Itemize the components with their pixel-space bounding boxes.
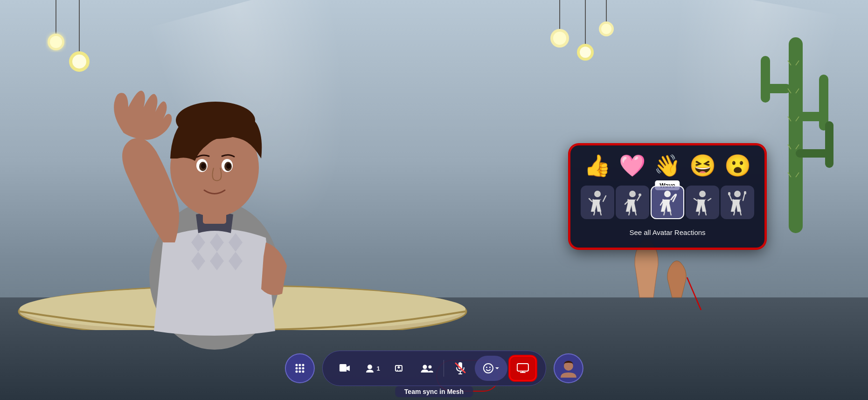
avatar-reactions-row [580, 186, 755, 219]
emoji-reactions-row: 👍 🩷 👋 Wave 😆 😮 [580, 155, 755, 176]
svg-point-98 [486, 367, 487, 368]
more-people-button[interactable] [415, 356, 440, 381]
svg-point-36 [176, 102, 255, 139]
svg-line-54 [600, 212, 601, 215]
reactions-popup: 👍 🩷 👋 Wave 😆 😮 [569, 145, 765, 248]
svg-line-59 [635, 212, 636, 215]
svg-point-61 [664, 191, 671, 197]
svg-point-80 [302, 364, 304, 366]
svg-point-89 [397, 366, 400, 369]
reaction-laughing[interactable]: 😆 [689, 155, 716, 176]
svg-rect-43 [203, 210, 226, 224]
avatar-reaction-wave[interactable] [651, 186, 684, 219]
view-button[interactable] [509, 356, 536, 381]
svg-point-91 [400, 370, 401, 371]
reaction-heart[interactable]: 🩷 [619, 155, 646, 176]
svg-line-66 [694, 199, 697, 200]
svg-line-53 [594, 212, 595, 215]
svg-line-62 [664, 212, 665, 215]
participants-button[interactable]: 1 [359, 356, 385, 381]
bottom-label: Team sync in Mesh [395, 386, 473, 397]
avatar-reaction-shrug[interactable] [686, 186, 719, 219]
svg-line-56 [637, 196, 640, 200]
svg-point-41 [201, 163, 206, 169]
svg-line-75 [734, 212, 735, 215]
svg-point-8 [553, 32, 566, 45]
toolbar: 1 [285, 351, 583, 386]
svg-point-65 [699, 191, 706, 197]
svg-point-82 [299, 367, 301, 370]
svg-rect-100 [517, 364, 528, 371]
surprised-emoji: 😮 [724, 155, 751, 176]
svg-point-99 [489, 367, 491, 368]
avatar-reaction-cheer[interactable] [581, 186, 614, 219]
mute-button[interactable] [448, 356, 473, 381]
svg-rect-19 [761, 56, 770, 103]
svg-line-52 [603, 196, 606, 201]
svg-rect-73 [728, 192, 730, 195]
svg-line-68 [699, 212, 700, 215]
svg-point-50 [594, 191, 601, 197]
toolbar-divider [444, 360, 444, 377]
toolbar-bar: 1 [322, 351, 546, 386]
svg-line-51 [589, 199, 592, 201]
svg-point-55 [629, 191, 636, 197]
svg-point-11 [580, 47, 591, 58]
popup-connector [678, 275, 724, 312]
svg-line-63 [670, 212, 671, 215]
svg-point-87 [367, 365, 372, 369]
avatar-reaction-salute[interactable] [616, 186, 649, 219]
video-button[interactable] [388, 356, 413, 381]
svg-line-77 [687, 277, 701, 310]
svg-point-86 [302, 371, 304, 373]
apps-button[interactable] [285, 353, 314, 383]
avatar-3d [70, 14, 368, 350]
svg-point-81 [295, 367, 298, 370]
svg-line-67 [708, 199, 711, 200]
svg-point-84 [295, 371, 298, 373]
reaction-surprised[interactable]: 😮 [724, 155, 751, 176]
camera-button[interactable] [332, 356, 357, 381]
heart-emoji: 🩷 [619, 155, 646, 176]
svg-line-69 [705, 212, 706, 215]
svg-point-42 [226, 163, 231, 169]
my-avatar-button[interactable] [554, 353, 583, 383]
svg-line-76 [740, 212, 741, 215]
svg-line-60 [625, 201, 628, 204]
see-all-reactions-link[interactable]: See all Avatar Reactions [580, 227, 755, 238]
svg-rect-23 [825, 121, 833, 168]
reaction-thumbs-up[interactable]: 👍 [584, 155, 611, 176]
svg-point-83 [302, 367, 304, 370]
wave-emoji: 👋 [654, 155, 681, 176]
svg-point-85 [299, 371, 301, 373]
svg-point-93 [428, 366, 431, 369]
thumbs-up-emoji: 👍 [584, 155, 611, 176]
svg-point-70 [734, 191, 741, 197]
svg-rect-74 [744, 191, 746, 194]
svg-point-2 [50, 36, 62, 48]
svg-point-90 [397, 370, 398, 371]
svg-point-97 [484, 364, 493, 373]
laughing-emoji: 😆 [689, 155, 716, 176]
svg-point-57 [639, 193, 641, 196]
reaction-wave[interactable]: 👋 Wave [654, 155, 681, 176]
svg-point-79 [299, 364, 301, 366]
svg-point-14 [601, 24, 611, 34]
svg-point-92 [423, 365, 427, 369]
avatar-reaction-hands-up[interactable] [721, 186, 754, 219]
svg-rect-17 [789, 37, 803, 233]
svg-line-58 [629, 212, 630, 215]
svg-point-78 [295, 364, 298, 366]
reactions-button[interactable] [475, 356, 507, 381]
participants-badge: 1 [376, 365, 380, 372]
